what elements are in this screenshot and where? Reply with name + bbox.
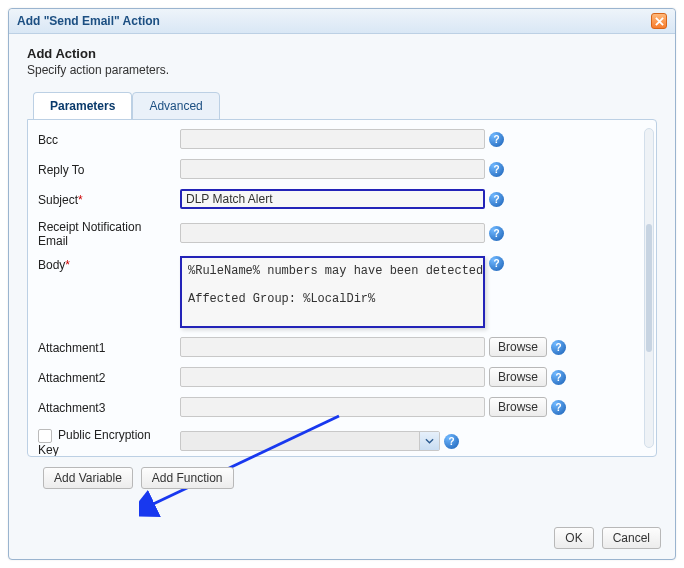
label-attachment3: Attachment3: [38, 399, 180, 415]
textarea-body[interactable]: [180, 256, 485, 328]
add-variable-button[interactable]: Add Variable: [43, 467, 133, 489]
help-icon[interactable]: ?: [551, 340, 566, 355]
dialog-content: Add Action Specify action parameters. Pa…: [9, 34, 675, 559]
scrollbar-thumb[interactable]: [646, 224, 652, 351]
label-attachment2: Attachment2: [38, 369, 180, 385]
dialog-button-bar: OK Cancel: [554, 527, 661, 549]
close-button[interactable]: [651, 13, 667, 29]
close-icon: [655, 17, 664, 26]
browse-button-1[interactable]: Browse: [489, 337, 547, 357]
cancel-button[interactable]: Cancel: [602, 527, 661, 549]
form-scroll-area: Bcc ? Reply To ? Subject*: [28, 120, 656, 456]
help-icon[interactable]: ?: [489, 162, 504, 177]
help-icon[interactable]: ?: [444, 434, 459, 449]
tab-advanced[interactable]: Advanced: [132, 92, 219, 120]
label-reply-to: Reply To: [38, 161, 180, 177]
vertical-scrollbar[interactable]: [644, 128, 654, 448]
section-heading: Add Action: [27, 46, 657, 61]
browse-button-2[interactable]: Browse: [489, 367, 547, 387]
input-attachment3[interactable]: [180, 397, 485, 417]
input-subject[interactable]: [180, 189, 485, 209]
help-icon[interactable]: ?: [489, 256, 504, 271]
label-body: Body*: [38, 256, 180, 272]
section-subheading: Specify action parameters.: [27, 63, 657, 77]
input-attachment2[interactable]: [180, 367, 485, 387]
dialog-add-send-email-action: Add "Send Email" Action Add Action Speci…: [8, 8, 676, 560]
browse-button-3[interactable]: Browse: [489, 397, 547, 417]
help-icon[interactable]: ?: [489, 192, 504, 207]
input-bcc[interactable]: [180, 129, 485, 149]
help-icon[interactable]: ?: [551, 400, 566, 415]
tab-parameters[interactable]: Parameters: [33, 92, 132, 120]
help-icon[interactable]: ?: [489, 132, 504, 147]
label-subject: Subject*: [38, 191, 180, 207]
label-receipt-email: Receipt Notification Email: [38, 218, 180, 248]
dialog-titlebar: Add "Send Email" Action: [9, 9, 675, 34]
input-attachment1[interactable]: [180, 337, 485, 357]
label-bcc: Bcc: [38, 131, 180, 147]
checkbox-public-key[interactable]: [38, 429, 52, 443]
add-function-button[interactable]: Add Function: [141, 467, 234, 489]
input-receipt-email[interactable]: [180, 223, 485, 243]
help-icon[interactable]: ?: [551, 370, 566, 385]
label-public-key: Public Encryption Key: [38, 426, 180, 456]
help-icon[interactable]: ?: [489, 226, 504, 241]
input-reply-to[interactable]: [180, 159, 485, 179]
tabstrip: Parameters Advanced: [33, 91, 657, 119]
chevron-down-icon: [419, 432, 439, 450]
combo-public-key[interactable]: [180, 431, 440, 451]
tabpanel-parameters: Bcc ? Reply To ? Subject*: [27, 119, 657, 457]
ok-button[interactable]: OK: [554, 527, 593, 549]
bottom-bar: Add Variable Add Function: [27, 457, 657, 493]
dialog-title: Add "Send Email" Action: [17, 14, 651, 28]
label-attachment1: Attachment1: [38, 339, 180, 355]
